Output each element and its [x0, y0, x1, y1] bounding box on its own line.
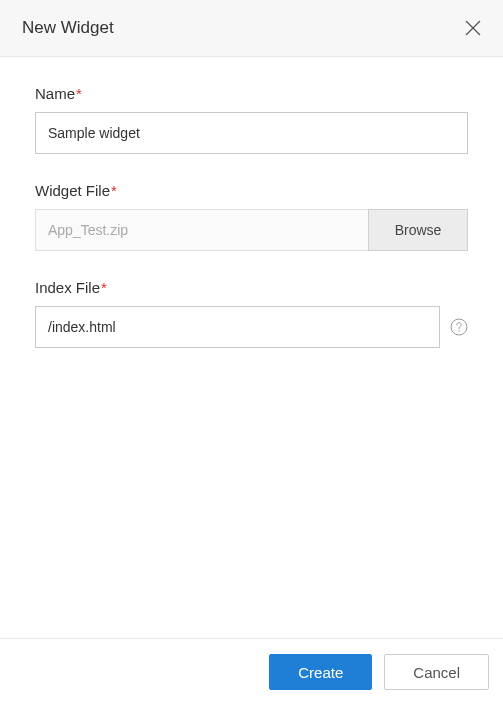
index-file-label-text: Index File	[35, 279, 100, 296]
widget-file-label-text: Widget File	[35, 182, 110, 199]
required-asterisk: *	[76, 85, 82, 102]
required-asterisk: *	[101, 279, 107, 296]
required-asterisk: *	[111, 182, 117, 199]
widget-file-row: App_Test.zip Browse	[35, 209, 468, 251]
name-input[interactable]	[35, 112, 468, 154]
close-icon[interactable]	[465, 20, 481, 36]
form-group-widget-file: Widget File* App_Test.zip Browse	[35, 182, 468, 251]
dialog-title: New Widget	[22, 18, 114, 38]
index-file-row	[35, 306, 468, 348]
name-label-text: Name	[35, 85, 75, 102]
cancel-button[interactable]: Cancel	[384, 654, 489, 690]
dialog-header: New Widget	[0, 0, 503, 57]
dialog-body: Name* Widget File* App_Test.zip Browse I…	[0, 57, 503, 638]
browse-button[interactable]: Browse	[368, 209, 468, 251]
create-button[interactable]: Create	[269, 654, 372, 690]
form-group-index-file: Index File*	[35, 279, 468, 348]
index-file-input[interactable]	[35, 306, 440, 348]
svg-point-3	[458, 330, 459, 331]
widget-file-display: App_Test.zip	[35, 209, 368, 251]
name-label: Name*	[35, 85, 468, 102]
widget-file-label: Widget File*	[35, 182, 468, 199]
dialog-footer: Create Cancel	[0, 638, 503, 705]
help-icon[interactable]	[450, 318, 468, 336]
index-file-label: Index File*	[35, 279, 468, 296]
form-group-name: Name*	[35, 85, 468, 154]
